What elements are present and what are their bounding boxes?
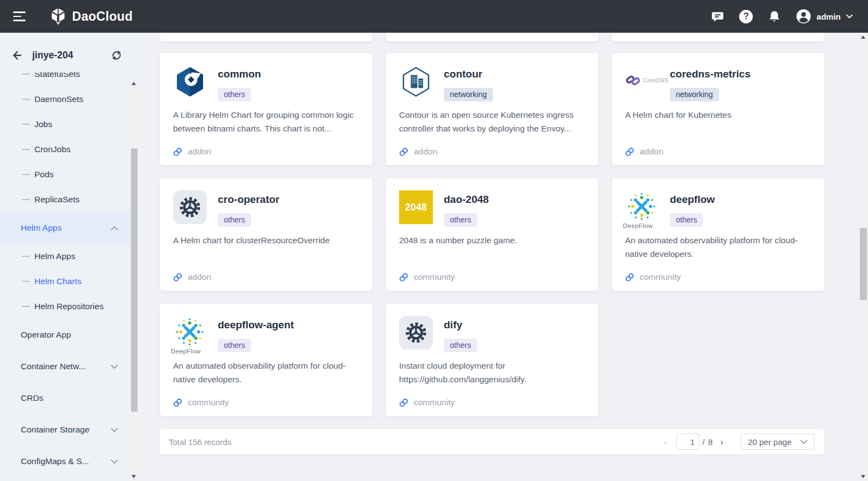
total-records: Total 156 records: [169, 437, 231, 447]
deepflow-logo-icon: DeepFlow: [625, 190, 659, 224]
daocloud-cube-icon: [49, 8, 67, 26]
sidebar-item-helm-apps[interactable]: Helm Apps: [0, 244, 130, 269]
chart-name: contour: [444, 68, 493, 81]
sidebar-item-operator-app[interactable]: Operator App: [0, 319, 130, 351]
helm-chart-grid: common others A Library Helm Chart for g…: [160, 53, 824, 416]
chart-description: An automated observability platform for …: [173, 359, 359, 386]
chevron-down-icon: [111, 459, 118, 464]
link-icon: [625, 273, 634, 282]
sidebar-item-replicasets[interactable]: ReplicaSets: [0, 187, 130, 212]
chart-card-dify[interactable]: dify others Instant cloud deployment for…: [386, 304, 598, 416]
chart-name: deepflow: [670, 193, 715, 206]
dash-icon: [22, 74, 30, 75]
refresh-icon[interactable]: [111, 50, 122, 61]
coredns-logo-text: CoreDNS: [643, 77, 669, 83]
page-number-input[interactable]: [676, 434, 699, 450]
sidebar-item-helm-charts[interactable]: Helm Charts: [0, 269, 130, 294]
chart-card-common[interactable]: common others A Library Helm Chart for g…: [160, 53, 372, 165]
menu-icon[interactable]: [13, 11, 26, 21]
dash-icon: [22, 174, 30, 175]
chart-card-cro-operator[interactable]: cro-operator others A Helm chart for clu…: [160, 178, 372, 291]
next-page-button[interactable]: ›: [720, 437, 723, 447]
brand-name: DaoCloud: [72, 9, 133, 24]
scrollbar-thumb[interactable]: [131, 148, 138, 412]
category-badge: others: [444, 339, 477, 352]
chart-source: community: [625, 272, 811, 282]
previous-row-card-partial: [612, 33, 824, 41]
chart-source: community: [399, 272, 585, 282]
sidebar-item-crds[interactable]: CRDs: [0, 382, 130, 414]
sidebar-item-helm-repositories[interactable]: Helm Repositories: [0, 294, 130, 319]
link-icon: [173, 273, 182, 282]
contour-logo-icon: [399, 65, 433, 99]
brand-logo[interactable]: DaoCloud: [49, 8, 133, 26]
sidebar-item-helm-apps-section[interactable]: Helm Apps: [0, 212, 130, 244]
scrollbar-thumb[interactable]: [860, 228, 867, 300]
page-size-select[interactable]: 20 per page: [741, 434, 815, 450]
source-label: community: [640, 272, 681, 282]
chart-source: community: [399, 398, 585, 407]
bell-icon[interactable]: [768, 9, 782, 23]
chart-card-coredns-metrics[interactable]: CoreDNS coredns-metrics networking A Hel…: [612, 53, 824, 165]
dash-icon: [22, 199, 30, 200]
sidebar-scrollbar[interactable]: [130, 79, 138, 481]
sidebar-item-container-storage[interactable]: Container Storage: [0, 414, 130, 446]
sidebar-item-container-network[interactable]: Container Netw...: [0, 351, 130, 382]
scroll-up-arrow[interactable]: [861, 35, 865, 39]
chart-source: addon: [173, 272, 359, 282]
dash-icon: [22, 149, 30, 150]
category-badge: others: [444, 213, 477, 227]
chart-description: Contour is an open source Kubernetes ing…: [399, 108, 585, 135]
back-arrow-icon[interactable]: [10, 49, 22, 62]
category-badge: networking: [670, 88, 719, 101]
chart-name: common: [218, 68, 261, 81]
source-label: addon: [188, 147, 211, 157]
chart-source: addon: [625, 147, 811, 157]
previous-page-button[interactable]: ‹: [664, 437, 667, 447]
sidebar-item-cronjobs[interactable]: CronJobs: [0, 137, 130, 162]
sidebar-item-statefulsets[interactable]: StatefulSets: [0, 73, 130, 87]
previous-row-card-partial: [160, 33, 372, 41]
chart-card-contour[interactable]: contour networking Contour is an open so…: [386, 53, 598, 165]
link-icon: [399, 398, 408, 407]
chart-card-deepflow-agent[interactable]: DeepFlow deepflow-agent others An automa…: [160, 304, 372, 416]
link-icon: [173, 398, 182, 407]
source-label: addon: [414, 147, 437, 157]
coredns-logo-icon: CoreDNS: [625, 65, 659, 99]
chat-icon[interactable]: [711, 9, 725, 23]
cluster-name: jinye-204: [32, 50, 73, 61]
chart-card-dao-2048[interactable]: 2048 dao-2048 others 2048 is a number pu…: [386, 178, 598, 291]
page-scrollbar[interactable]: [859, 33, 868, 481]
dash-icon: [22, 306, 30, 307]
source-label: community: [414, 272, 455, 282]
pagination-bar: Total 156 records ‹ / 8 › 20 per page: [160, 429, 824, 454]
chevron-down-icon: [111, 428, 118, 432]
help-icon[interactable]: ?: [739, 9, 753, 23]
category-badge: others: [218, 339, 251, 352]
chart-description: 2048 is a number puzzle game.: [399, 233, 585, 247]
source-label: addon: [640, 147, 663, 157]
page-size-value: 20 per page: [748, 437, 792, 447]
sidebar-item-pods[interactable]: Pods: [0, 162, 130, 187]
deepflow-logo-text: DeepFlow: [171, 348, 201, 354]
topbar-actions: ? admin: [711, 9, 853, 24]
deepflow-logo-text: DeepFlow: [623, 223, 653, 229]
deepflow-logo-icon: DeepFlow: [173, 316, 207, 350]
scroll-down-arrow[interactable]: [861, 475, 865, 478]
main-content: common others A Library Helm Chart for g…: [140, 33, 859, 481]
dash-icon: [22, 124, 30, 125]
chevron-up-icon: [111, 226, 118, 231]
chart-card-deepflow[interactable]: DeepFlow deepflow others An automated ob…: [612, 178, 824, 291]
scroll-up-arrow[interactable]: [132, 82, 136, 85]
chart-name: dify: [444, 318, 477, 332]
chart-name: coredns-metrics: [670, 68, 751, 81]
category-badge: networking: [444, 88, 493, 101]
category-badge: others: [218, 88, 251, 101]
scroll-down-arrow[interactable]: [132, 475, 136, 478]
chart-description: An automated observability platform for …: [625, 233, 811, 261]
sidebar-item-configmaps-secrets[interactable]: ConfigMaps & S...: [0, 446, 130, 477]
chart-description: Instant cloud deployment for https://git…: [399, 359, 585, 386]
user-menu[interactable]: admin: [796, 9, 853, 24]
sidebar-item-daemonsets[interactable]: DaemonSets: [0, 87, 130, 112]
sidebar-item-jobs[interactable]: Jobs: [0, 112, 130, 137]
